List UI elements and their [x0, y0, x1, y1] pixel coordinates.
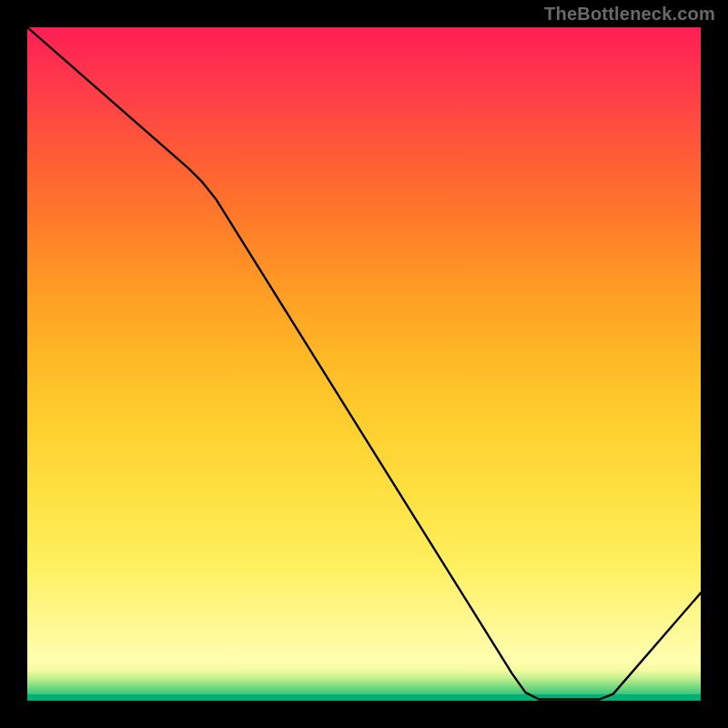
attribution-text: TheBottleneck.com [544, 4, 715, 25]
chart-frame [25, 25, 703, 703]
